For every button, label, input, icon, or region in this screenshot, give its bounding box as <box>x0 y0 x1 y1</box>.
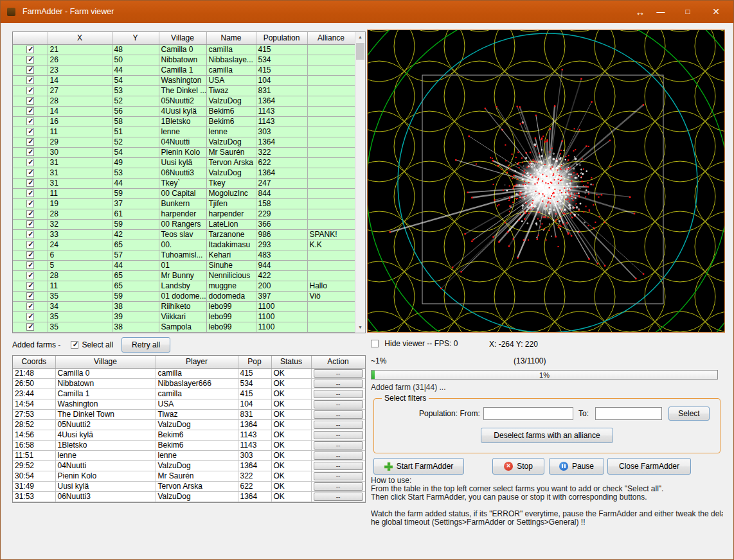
population-from-input[interactable] <box>483 407 573 420</box>
row-select-checkbox[interactable]: ✓ <box>26 169 34 177</box>
row-select-checkbox[interactable]: ✓ <box>26 282 34 290</box>
row-action-button[interactable]: -- <box>314 451 363 460</box>
select-button[interactable]: Select <box>668 407 710 421</box>
minimize-button[interactable]: — <box>654 1 668 23</box>
row-select-checkbox[interactable]: ✓ <box>26 210 34 218</box>
column-header[interactable]: Action <box>311 356 365 368</box>
column-header[interactable]: Alliance <box>307 32 355 44</box>
row-select-checkbox[interactable]: ✓ <box>26 66 34 74</box>
row-select-checkbox[interactable]: ✓ <box>26 231 34 238</box>
column-header[interactable]: Pop <box>238 356 271 368</box>
start-farmadder-button[interactable]: Start FarmAdder <box>373 458 464 475</box>
scrollbar-thumb[interactable] <box>356 43 364 60</box>
farm-row[interactable]: ✓1454WashingtonUSA104 <box>13 75 355 85</box>
farm-row[interactable]: ✓2753The Dinkel ...Tiwaz831 <box>13 85 355 96</box>
close-farmadder-button[interactable]: Close FarmAdder <box>607 458 691 475</box>
map-viewer-canvas[interactable] <box>368 30 724 332</box>
farm-row[interactable]: ✓295204NuuttiValzuDog1364 <box>13 137 355 147</box>
row-select-checkbox[interactable]: ✓ <box>26 76 34 84</box>
column-header[interactable]: Player <box>156 356 238 368</box>
farm-row[interactable]: ✓325900 RangersLateLion366 <box>13 219 355 229</box>
farm-row[interactable]: ✓355901 dodome...dodomeda397Viö <box>13 291 355 301</box>
row-action-button[interactable]: -- <box>314 390 363 398</box>
row-action-button[interactable]: -- <box>314 421 363 429</box>
column-header[interactable]: Village <box>55 356 156 368</box>
row-action-button[interactable]: -- <box>314 462 363 470</box>
farm-row[interactable]: ✓16581BletskoBekim61143 <box>13 116 355 127</box>
row-select-checkbox[interactable]: ✓ <box>26 56 34 64</box>
close-button[interactable]: ✕ <box>709 1 723 23</box>
farm-row[interactable]: ✓3149Uusi kyläTervon Arska622 <box>13 157 355 168</box>
row-select-checkbox[interactable]: ✓ <box>26 179 34 187</box>
column-header[interactable]: Status <box>271 356 311 368</box>
farm-row[interactable]: ✓2650NibbatownNibbaslaye...534 <box>13 55 355 65</box>
scroll-up-icon[interactable]: ▲ <box>355 32 365 42</box>
column-header[interactable]: Name <box>206 32 256 44</box>
row-action-button[interactable]: -- <box>314 369 363 378</box>
farm-row[interactable]: ✓14564Uusi kyläBekim61143 <box>13 106 355 116</box>
map-viewer[interactable] <box>367 30 725 333</box>
row-select-checkbox[interactable]: ✓ <box>26 272 34 279</box>
column-header[interactable]: Population <box>256 32 307 44</box>
row-select-checkbox[interactable]: ✓ <box>26 118 34 125</box>
farm-row[interactable]: ✓2861harpenderharpender229 <box>13 209 355 219</box>
row-select-checkbox[interactable]: ✓ <box>26 148 34 156</box>
row-action-button[interactable]: -- <box>314 441 363 450</box>
farm-row[interactable]: ✓2865Mr BunnyNennilicious422 <box>13 270 355 281</box>
farm-row[interactable]: ✓1937BunkernTjifen158 <box>13 198 355 209</box>
farm-row[interactable]: ✓2344Camilla 1camilla415 <box>13 65 355 75</box>
farm-row[interactable]: ✓657Tuhoamisl...Kehari483 <box>13 250 355 260</box>
row-select-checkbox[interactable]: ✓ <box>26 87 34 94</box>
farm-row[interactable]: ✓3538Sampolalebo991100 <box>13 322 355 332</box>
row-action-button[interactable]: -- <box>314 493 363 501</box>
row-select-checkbox[interactable]: ✓ <box>26 107 34 115</box>
column-header[interactable]: Y <box>112 32 159 44</box>
row-action-button[interactable]: -- <box>314 482 363 491</box>
population-to-input[interactable] <box>595 407 662 420</box>
row-select-checkbox[interactable]: ✓ <box>26 302 34 310</box>
column-header[interactable]: X <box>48 32 112 44</box>
row-select-checkbox[interactable]: ✓ <box>26 189 34 197</box>
row-action-button[interactable]: -- <box>314 380 363 388</box>
row-select-checkbox[interactable]: ✓ <box>26 138 34 146</box>
row-select-checkbox[interactable]: ✓ <box>26 200 34 207</box>
row-action-button[interactable]: -- <box>314 431 363 439</box>
pause-button[interactable]: Pause <box>549 458 604 475</box>
row-select-checkbox[interactable]: ✓ <box>26 313 34 320</box>
farm-row[interactable]: ✓3054Pienin KoloMr Saurén322 <box>13 147 355 157</box>
row-select-checkbox[interactable]: ✓ <box>26 46 34 53</box>
column-header[interactable]: Village <box>159 32 206 44</box>
row-select-checkbox[interactable]: ✓ <box>26 251 34 259</box>
farm-row[interactable]: ✓3539Viikkarilebo991100 <box>13 311 355 322</box>
scroll-down-icon[interactable]: ▼ <box>355 322 365 333</box>
farm-row[interactable]: ✓1165Landsbymuggne200Hallo <box>13 281 355 291</box>
farm-row[interactable]: ✓3438Riihiketolebo991100 <box>13 301 355 311</box>
maximize-button[interactable]: □ <box>681 1 695 23</box>
farm-row[interactable]: ✓2148Camilla 0camilla415 <box>13 44 355 55</box>
row-select-checkbox[interactable]: ✓ <box>26 241 34 249</box>
farm-row[interactable]: ✓1151lennelenne303 <box>13 127 355 137</box>
row-action-button[interactable]: -- <box>314 410 363 419</box>
farm-row[interactable]: ✓54401Sinuhe944 <box>13 260 355 270</box>
titlebar[interactable]: FarmAdder - Farm viewer ↔ — □ ✕ <box>1 1 733 23</box>
farm-row[interactable]: ✓3144Tkey`Tkey247 <box>13 178 355 188</box>
row-select-checkbox[interactable]: ✓ <box>26 292 34 300</box>
row-action-button[interactable]: -- <box>314 400 363 408</box>
column-header[interactable]: Coords <box>13 356 55 368</box>
deselect-alliance-button[interactable]: Deselect farms with an alliance <box>481 428 613 443</box>
retry-all-button[interactable]: Retry all <box>121 337 170 353</box>
row-select-checkbox[interactable]: ✓ <box>26 323 34 331</box>
hide-viewer-checkbox[interactable] <box>371 340 379 347</box>
row-select-checkbox[interactable]: ✓ <box>26 220 34 228</box>
farm-table-scrollbar[interactable]: ▲ ▼ <box>355 32 365 333</box>
farm-row[interactable]: ✓315306Nuutti3ValzuDog1364 <box>13 168 355 178</box>
farm-row[interactable]: ✓246500.Itadakimasu293K.K <box>13 240 355 250</box>
column-header[interactable] <box>13 32 48 44</box>
row-action-button[interactable]: -- <box>314 472 363 480</box>
row-select-checkbox[interactable]: ✓ <box>26 97 34 105</box>
farm-row[interactable]: ✓3342Teos slavTarzanone986SPANK! <box>13 229 355 240</box>
row-select-checkbox[interactable]: ✓ <box>26 159 34 166</box>
farm-row[interactable]: ✓115900 CapitalMogoluzInc844 <box>13 188 355 198</box>
row-select-checkbox[interactable]: ✓ <box>26 128 34 136</box>
row-select-checkbox[interactable]: ✓ <box>26 261 34 269</box>
